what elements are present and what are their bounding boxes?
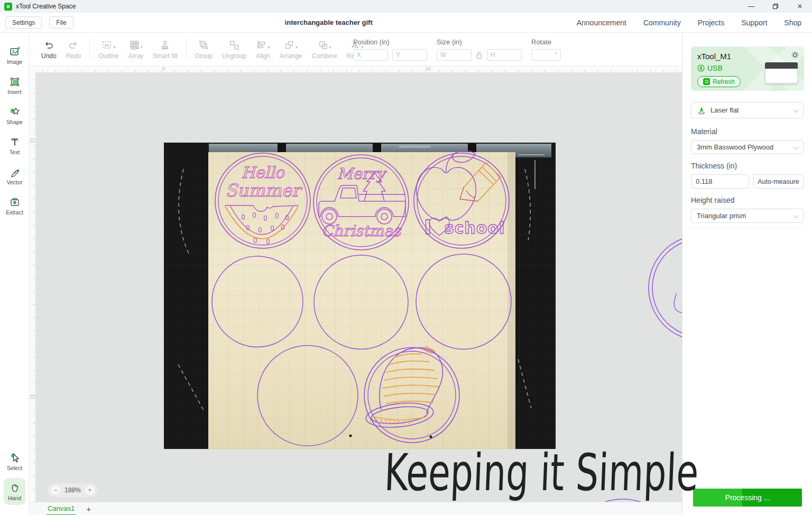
laser-mode-select[interactable]: Laser flat xyxy=(691,102,804,118)
settings-button[interactable]: Settings xyxy=(5,16,42,29)
array-button[interactable]: ▾ Array xyxy=(128,39,143,60)
outline-button[interactable]: ▾ Outline xyxy=(98,39,118,60)
canvas-tabbar: Canvas1 + xyxy=(29,502,682,515)
vertical-ruler xyxy=(29,73,36,502)
christmas-text: Christmas xyxy=(321,222,402,240)
ruler-label-10: 10 xyxy=(426,66,431,71)
size-label: Size (in) xyxy=(437,38,522,46)
nav-announcement[interactable]: Announcement xyxy=(577,18,626,27)
transform-controls: Position (in) Size (in) Rotate xyxy=(353,38,570,61)
nav-shop[interactable]: Shop xyxy=(784,18,801,27)
nav-projects[interactable]: Projects xyxy=(698,18,725,27)
document-title: interchangable teacher gift xyxy=(81,18,577,26)
ruler-marker[interactable] xyxy=(30,138,34,143)
sidebar-label: Text xyxy=(10,149,20,155)
extract-camera-icon xyxy=(9,196,21,208)
device-card: xTool_M1 USB Refresh xyxy=(691,46,804,91)
degree-suffix: ° xyxy=(555,51,557,58)
zoom-in-button[interactable]: + xyxy=(85,485,95,495)
nav-community[interactable]: Community xyxy=(643,18,681,27)
thickness-input[interactable] xyxy=(691,174,749,189)
image-icon xyxy=(9,46,21,58)
design-partial-bottom[interactable] xyxy=(587,499,659,502)
size-h-input[interactable] xyxy=(487,49,522,61)
outline-icon xyxy=(102,40,112,50)
insert-icon xyxy=(9,76,21,88)
sidebar-item-shape[interactable]: Shape xyxy=(0,100,29,130)
thickness-label: Thickness (in) xyxy=(691,162,804,170)
sidebar-item-select[interactable]: Select xyxy=(0,446,29,476)
machine-illustration xyxy=(765,62,798,83)
size-w-input[interactable] xyxy=(437,49,472,61)
ruler-label-0: 0 xyxy=(162,66,165,71)
rotate-label: Rotate xyxy=(531,38,561,46)
rotate-group: Rotate ° xyxy=(531,38,561,61)
position-x-input[interactable] xyxy=(353,49,388,61)
array-icon xyxy=(129,40,140,50)
align-button[interactable]: ▾ Align xyxy=(256,39,270,60)
refresh-button[interactable]: Refresh xyxy=(697,76,741,87)
chevron-down-icon xyxy=(793,145,799,150)
material-select[interactable]: 3mm Basswood Plywood xyxy=(691,140,804,154)
position-label: Position (in) xyxy=(353,38,427,46)
sidebar-item-insert[interactable]: Insert xyxy=(0,70,29,100)
nav-support[interactable]: Support xyxy=(741,18,767,27)
tool-sidebar: Image Insert Shape Text Vector Extract S… xyxy=(0,33,29,515)
height-raised-value: Triangular prism xyxy=(697,212,746,220)
toolbar-separator xyxy=(186,40,187,59)
vector-pen-icon xyxy=(9,166,21,178)
minimize-button[interactable]: — xyxy=(739,0,763,13)
sidebar-item-hand[interactable]: Hand xyxy=(0,476,29,507)
smart-fill-button[interactable]: Smart fill xyxy=(153,39,178,60)
toolbar-separator xyxy=(89,40,90,59)
redo-icon xyxy=(68,40,79,50)
ruler-marker[interactable] xyxy=(30,395,34,399)
restore-icon xyxy=(772,3,779,10)
summer-text: Summer xyxy=(225,180,303,201)
align-icon xyxy=(256,40,266,50)
edit-toolbar: Undo Redo ▾ Outline ▾ Array Smart fill G… xyxy=(29,33,682,66)
design-canvas[interactable]: Hello Summer Merry Christmas xyxy=(29,66,682,502)
close-button[interactable]: ✕ xyxy=(788,0,812,13)
sidebar-item-vector[interactable]: Vector xyxy=(0,161,29,191)
add-canvas-button[interactable]: + xyxy=(86,504,91,513)
sidebar-label: Image xyxy=(7,59,22,65)
top-nav: Announcement Community Projects Support … xyxy=(577,18,801,27)
arrange-button[interactable]: ▾ Arrange xyxy=(280,39,302,60)
undo-button[interactable]: Undo xyxy=(41,39,57,60)
auto-measure-button[interactable]: Auto-measure xyxy=(753,174,804,189)
titlebar: ✕ xTool Creative Space — ✕ xyxy=(0,0,812,13)
position-y-input[interactable] xyxy=(392,49,427,61)
size-group: Size (in) xyxy=(437,38,522,61)
school-text: school xyxy=(445,219,505,237)
hand-icon xyxy=(9,482,21,494)
chevron-down-icon xyxy=(793,108,799,113)
group-button[interactable]: Group xyxy=(195,39,213,60)
app-window: ✕ xTool Creative Space — ✕ Settings File… xyxy=(0,0,812,515)
combine-button[interactable]: ▾ Combine xyxy=(312,39,337,60)
tab-canvas1[interactable]: Canvas1 xyxy=(47,502,76,515)
device-panel: xTool_M1 USB Refresh Laser flat Material… xyxy=(682,33,812,515)
menubar: Settings File interchangable teacher gif… xyxy=(0,13,812,33)
lock-ratio-icon[interactable] xyxy=(476,51,483,59)
restore-button[interactable] xyxy=(763,0,788,13)
ungroup-button[interactable]: Ungroup xyxy=(222,39,246,60)
sidebar-item-extract[interactable]: Extract xyxy=(0,191,29,221)
device-name: xTool_M1 xyxy=(697,52,798,61)
design-partial-right[interactable] xyxy=(649,235,682,341)
zoom-out-button[interactable]: − xyxy=(51,485,60,495)
zoom-control: − 188% + xyxy=(48,483,98,497)
undo-icon xyxy=(43,40,54,50)
sidebar-item-text[interactable]: Text xyxy=(0,130,29,161)
refresh-label: Refresh xyxy=(713,78,735,86)
laser-flat-icon xyxy=(697,106,706,115)
height-raised-select[interactable]: Triangular prism xyxy=(691,209,804,223)
redo-button[interactable]: Redo xyxy=(66,39,81,60)
device-settings-gear-icon[interactable] xyxy=(791,51,799,61)
connection-type: USB xyxy=(707,64,723,72)
zoom-level: 188% xyxy=(64,486,81,494)
file-button[interactable]: File xyxy=(49,16,73,29)
sidebar-item-image[interactable]: Image xyxy=(0,40,29,70)
processing-button[interactable]: Processing ... xyxy=(693,489,802,507)
sidebar-label: Extract xyxy=(6,209,23,216)
